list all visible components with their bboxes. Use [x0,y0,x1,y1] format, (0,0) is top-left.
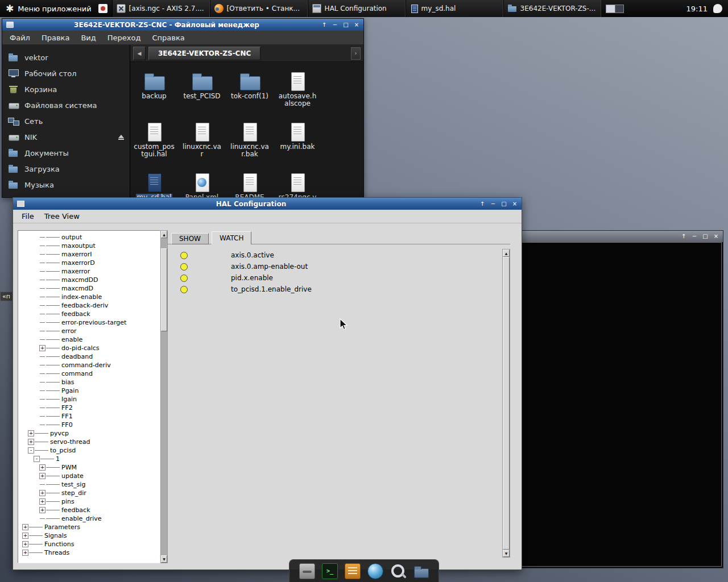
sidebar-item[interactable]: Рабочий стол [2,65,130,81]
tree-expander-icon[interactable] [39,379,46,385]
tree-expander-icon[interactable] [39,268,46,275]
tree-item[interactable]: + do-pid-calcs [18,344,160,352]
file-type-icon[interactable] [238,172,261,193]
file-item[interactable]: custom_postgui.hal [130,122,178,159]
tree-expander-icon[interactable] [39,285,46,292]
scrollbar-trough[interactable] [503,257,510,550]
watch-row[interactable]: to_pcisd.1.enable_drive [168,284,502,295]
tree-expander-icon[interactable] [39,371,46,377]
tab[interactable]: SHOW [171,233,209,244]
taskbar-window-button[interactable]: [axis.ngc - AXIS 2.7.... [112,0,210,17]
menu-item[interactable]: Справка [147,34,189,42]
rollup-button[interactable]: ↑ [320,21,329,29]
tree-item[interactable]: maxerrorD [18,259,160,267]
tree-item[interactable]: + feedback [18,506,160,514]
drawer-icon[interactable] [299,563,315,579]
tree-expander-icon[interactable]: + [28,439,34,445]
tree-item[interactable]: command [18,369,160,378]
tab[interactable]: WATCH [212,231,252,244]
tree-expander-icon[interactable] [39,422,46,428]
file-item-label[interactable]: test_PCISD [182,93,221,100]
minimize-button[interactable]: − [330,21,340,29]
tree-expander-icon[interactable] [39,336,46,343]
file-item[interactable]: autosave.halscope [274,71,321,108]
scroll-up-button[interactable]: ▲ [503,250,510,257]
partially-visible-window[interactable]: «п [0,292,13,301]
file-type-icon[interactable] [191,122,213,142]
tree-item[interactable]: enable_drive [18,514,160,523]
file-item[interactable]: my_sd.hal [130,172,178,198]
tree-item[interactable]: + step_dir [18,489,160,497]
scrollbar-thumb[interactable] [503,257,510,550]
eject-icon[interactable] [118,135,124,140]
close-button[interactable]: × [712,232,721,240]
menu-item[interactable]: Файл [5,34,35,42]
terminal-icon[interactable]: >_ [322,563,338,579]
tree-item[interactable]: + Parameters [18,523,160,531]
minimize-button[interactable]: − [690,232,699,240]
applications-menu-button[interactable]: ✱ Меню приложений [0,0,97,17]
tree-item[interactable]: error [18,327,160,335]
web-browser-icon[interactable] [367,563,383,579]
tree-expander-icon[interactable] [39,319,46,326]
tree-scrollbar[interactable]: ▲ ▼ [160,230,168,563]
file-manager-titlebar[interactable]: 3E642E-VEKTOR-ZS-CNC - Файловый менеджер… [2,19,363,31]
tree-expander-icon[interactable]: + [39,507,46,513]
sidebar-item[interactable]: NIK [2,129,130,145]
tree-item[interactable]: - 1 [18,455,160,463]
taskbar-window-button[interactable]: HAL Configuration [308,0,406,17]
tree-expander-icon[interactable]: + [22,550,28,556]
sidebar-item[interactable]: Документы [2,145,130,161]
tree-expander-icon[interactable]: + [22,524,28,530]
tree-expander-icon[interactable]: + [28,430,34,436]
tree-item[interactable]: test_sig [18,480,160,489]
tree-item[interactable]: maxerror [18,267,160,276]
tree-item[interactable]: + pins [18,497,160,506]
file-type-icon[interactable] [238,122,261,142]
file-type-icon[interactable] [191,172,213,193]
file-type-icon[interactable] [238,71,261,92]
watch-row[interactable]: axis.0.amp-enable-out [168,261,502,272]
tree-expander-icon[interactable]: + [22,541,28,547]
hal-titlebar[interactable]: HAL Configuration ↑ − □ × [13,198,522,210]
tree-expander-icon[interactable] [39,354,46,360]
file-item-label[interactable]: backup [140,93,167,100]
tree-expander-icon[interactable]: + [39,473,46,479]
tree-item[interactable]: maxoutput [18,242,160,250]
tree-item[interactable]: maxcmdD [18,284,160,293]
workspace-switcher[interactable] [606,5,624,13]
tree-expander-icon[interactable] [39,251,46,257]
sidebar-item[interactable]: Музыка [2,177,130,193]
file-type-icon[interactable] [143,122,166,142]
tree-expander-icon[interactable]: - [34,456,40,462]
tree-expander-icon[interactable] [39,388,46,394]
tree-item[interactable]: + pyvcp [18,429,160,438]
tree-expander-icon[interactable]: + [39,464,46,471]
tree-expander-icon[interactable] [39,243,46,249]
tree-item[interactable]: bias [18,378,160,386]
tree-item[interactable]: maxcmdDD [18,276,160,284]
tree-expander-icon[interactable] [39,294,46,300]
tree-expander-icon[interactable]: - [28,447,34,454]
workspace-2[interactable] [615,5,623,13]
tree-expander-icon[interactable]: + [39,498,46,505]
close-button[interactable]: × [510,200,519,208]
file-item[interactable]: rs274ngc.v [274,172,321,198]
tree-expander-icon[interactable] [39,396,46,402]
tree-expander-icon[interactable] [39,234,46,240]
file-item[interactable]: linuxcnc.var.bak [226,122,274,159]
tree-item[interactable]: + PWM [18,463,160,472]
tree-item[interactable]: + Threads [18,548,160,557]
tree-expander-icon[interactable]: + [39,490,46,496]
sidebar-item[interactable]: vektor [2,49,130,65]
tree-expander-icon[interactable] [39,413,46,419]
scroll-down-button[interactable]: ▼ [503,550,510,557]
sidebar-item[interactable]: Загрузка [2,161,130,177]
taskbar-window-button[interactable]: 3E642E-VEKTOR-ZS-... [503,0,601,17]
taskbar-window-button[interactable]: my_sd.hal [406,0,503,17]
tree-item[interactable]: FF2 [18,404,160,412]
maximize-button[interactable]: □ [499,200,508,208]
file-type-icon[interactable] [143,71,166,92]
menu-item[interactable]: Правка [36,34,75,42]
workspace-1[interactable] [606,5,615,13]
